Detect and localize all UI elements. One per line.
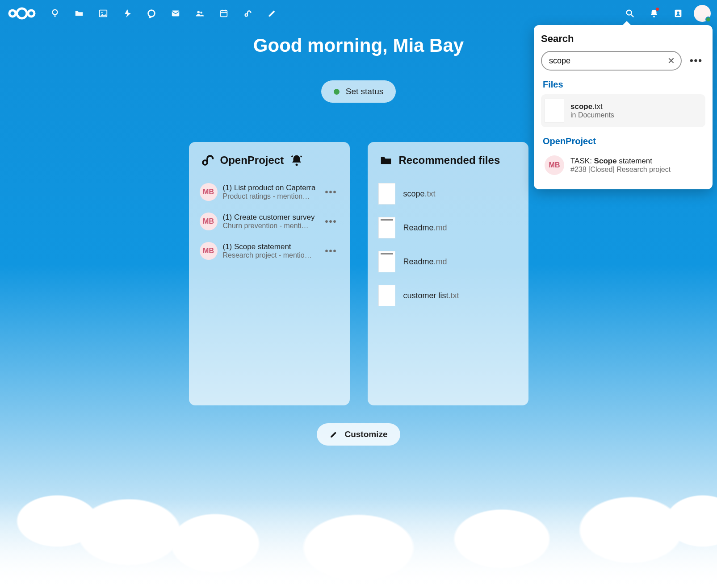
file-thumb-icon	[378, 251, 395, 272]
item-title: (1) Scope statement	[223, 242, 318, 251]
talk-icon[interactable]	[139, 1, 164, 25]
notifications-icon[interactable]	[643, 2, 665, 25]
customize-label: Customize	[344, 430, 387, 439]
file-ext: .md	[434, 223, 447, 232]
file-ext: .txt	[425, 189, 436, 198]
svg-point-22	[296, 164, 298, 166]
openproject-icon	[201, 154, 214, 167]
svg-line-17	[631, 15, 634, 17]
search-more-icon[interactable]: •••	[687, 55, 705, 67]
svg-point-2	[28, 10, 34, 17]
file-name: customer list	[403, 291, 449, 300]
recommended-file[interactable]: scope.txt	[377, 180, 520, 207]
contacts-icon[interactable]	[667, 2, 689, 25]
search-section-files[interactable]: Files	[543, 79, 705, 90]
result-prefix: TASK:	[570, 157, 594, 165]
svg-point-3	[53, 10, 58, 15]
file-name: scope	[403, 189, 425, 198]
set-status-label: Set status	[346, 87, 384, 96]
svg-line-23	[292, 156, 293, 157]
svg-point-10	[200, 12, 202, 14]
file-ext: .md	[434, 257, 447, 266]
notes-icon[interactable]	[260, 1, 284, 25]
search-section-openproject[interactable]: OpenProject	[543, 136, 705, 146]
svg-point-9	[197, 11, 200, 14]
file-thumb-icon	[378, 217, 395, 238]
result-subtitle: #238 [Closed] Research project	[570, 166, 702, 174]
more-icon[interactable]: •••	[323, 246, 339, 256]
topbar-right	[619, 2, 711, 25]
user-initials-avatar: MB	[200, 213, 218, 230]
folder-icon	[379, 154, 393, 167]
svg-rect-11	[221, 11, 227, 17]
svg-line-24	[301, 156, 302, 157]
file-thumb-icon	[545, 99, 564, 123]
more-icon[interactable]: •••	[323, 217, 339, 227]
user-initials-avatar: MB	[545, 155, 564, 175]
svg-point-16	[627, 10, 632, 15]
status-indicator	[705, 17, 711, 22]
contacts-group-icon[interactable]	[188, 1, 212, 25]
widget-recommended: Recommended files scope.txt Readme.md Re…	[368, 142, 528, 405]
file-name: Readme	[403, 223, 434, 232]
svg-point-6	[101, 12, 103, 13]
svg-rect-4	[54, 16, 56, 17]
recommended-file[interactable]: Readme.md	[377, 248, 520, 275]
search-result-file[interactable]: scope.txt in Documents	[541, 94, 705, 127]
item-title: (1) Create customer survey	[223, 213, 318, 222]
recommended-file[interactable]: Readme.md	[377, 214, 520, 241]
mail-icon[interactable]	[164, 1, 188, 25]
widget-title: Recommended files	[399, 154, 500, 167]
pencil-icon	[329, 430, 338, 439]
item-subtitle: Churn prevention - menti…	[223, 222, 318, 230]
search-input[interactable]	[541, 51, 682, 71]
photos-icon[interactable]	[91, 1, 115, 25]
file-ext: .txt	[449, 291, 459, 300]
result-subtitle: in Documents	[570, 111, 702, 119]
svg-point-7	[148, 10, 155, 17]
result-name-rest: .txt	[592, 102, 603, 111]
svg-point-20	[677, 11, 679, 14]
item-subtitle: Product ratings - mention…	[223, 192, 318, 200]
more-icon[interactable]: •••	[323, 187, 339, 197]
topbar	[0, 0, 717, 27]
search-popover: Search ✕ ••• Files scope.txt in Document…	[534, 25, 713, 189]
openproject-item[interactable]: MB (1) List product on Capterra Product …	[198, 180, 341, 204]
customize-button[interactable]: Customize	[317, 423, 400, 446]
widget-openproject: OpenProject MB (1) List product on Capte…	[189, 142, 350, 405]
bell-icon	[290, 154, 303, 167]
notification-badge	[656, 8, 659, 11]
dashboard-icon[interactable]	[43, 1, 67, 25]
user-initials-avatar: MB	[200, 183, 218, 201]
svg-point-1	[17, 8, 27, 18]
openproject-nav-icon[interactable]	[236, 1, 260, 25]
openproject-item[interactable]: MB (1) Create customer survey Churn prev…	[198, 210, 341, 233]
svg-rect-8	[172, 11, 180, 17]
calendar-icon[interactable]	[212, 1, 236, 25]
user-initials-avatar: MB	[200, 242, 218, 260]
item-title: (1) List product on Capterra	[223, 183, 318, 192]
item-subtitle: Research project - mentio…	[223, 251, 318, 259]
widget-title: OpenProject	[220, 154, 284, 167]
app-nav	[43, 1, 284, 25]
files-icon[interactable]	[67, 1, 91, 25]
svg-point-18	[653, 16, 655, 18]
openproject-item[interactable]: MB (1) Scope statement Research project …	[198, 239, 341, 263]
nextcloud-logo[interactable]	[6, 6, 38, 21]
result-rest: statement	[617, 157, 652, 165]
clear-search-icon[interactable]: ✕	[666, 55, 677, 67]
result-name-bold: scope	[570, 102, 592, 111]
result-bold: Scope	[594, 157, 617, 165]
user-avatar[interactable]	[694, 5, 711, 22]
search-title: Search	[541, 33, 705, 45]
search-result-task[interactable]: MB TASK: Scope statement #238 [Closed] R…	[541, 151, 705, 179]
status-dot-icon	[334, 89, 340, 95]
file-thumb-icon	[378, 183, 395, 204]
activity-icon[interactable]	[115, 1, 139, 25]
file-name: Readme	[403, 257, 434, 266]
file-thumb-icon	[378, 285, 395, 306]
set-status-button[interactable]: Set status	[321, 80, 396, 103]
svg-point-0	[9, 10, 16, 17]
recommended-file[interactable]: customer list.txt	[377, 282, 520, 309]
